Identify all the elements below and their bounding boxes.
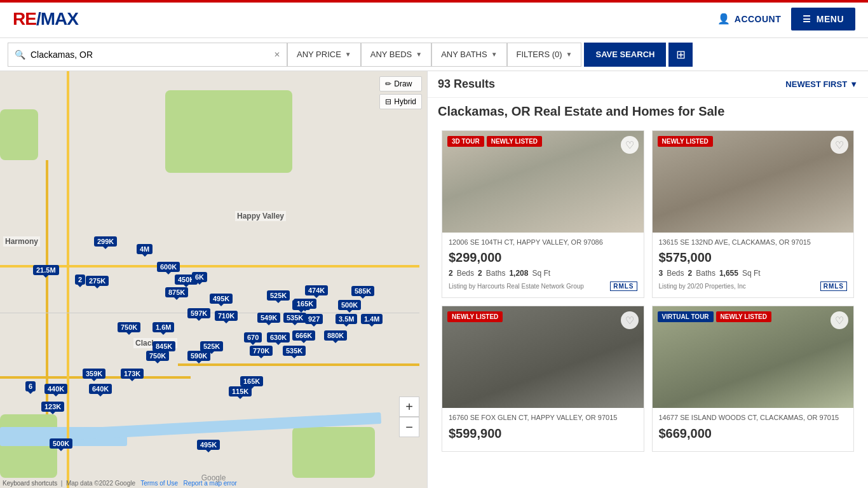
price-pin[interactable]: 710K [215,311,238,321]
price-pin[interactable]: 525K [267,290,290,301]
terms-link[interactable]: Terms of Use [140,480,178,487]
listing-address: 13615 SE 132ND AVE, Clackamas, OR 97015 [659,238,848,247]
price-pin[interactable]: 495K [210,294,233,304]
price-pin[interactable]: 165K [294,299,316,309]
price-pin[interactable]: 535K [283,346,306,356]
price-pin[interactable]: 165K [240,376,263,386]
account-label: ACCOUNT [735,14,782,24]
search-input[interactable] [31,50,269,60]
price-filter[interactable]: ANY PRICE ▼ [287,43,361,67]
favorite-button[interactable]: ♡ [831,311,848,329]
clear-icon[interactable]: ✕ [274,50,280,59]
price-pin[interactable]: 880K [324,330,347,341]
price-pin[interactable]: 4M [137,244,153,254]
account-button[interactable]: 👤 ACCOUNT [717,13,781,25]
price-pin[interactable]: 440K [44,384,67,394]
price-pin[interactable]: 299K [94,236,117,247]
favorite-button[interactable]: ♡ [831,136,848,154]
search-icon: 🔍 [15,50,25,60]
layers-icon: ⊟ [385,97,391,106]
listing-card[interactable]: NEWLY LISTED ♡ 16760 SE FOX GLEN CT, Hap… [442,306,644,451]
price-pin[interactable]: 640K [89,384,112,394]
listings-grid: 3D TOURNEWLY LISTED ♡ 12006 SE 104TH CT,… [428,126,868,466]
price-pin[interactable]: 1.4M [361,314,383,324]
price-pin[interactable]: 845K [153,341,175,351]
park-area-3 [0,414,57,478]
results-count: 93 Results [438,78,495,91]
menu-label: MENU [817,14,844,24]
happy-valley-label: Happy Valley [235,211,286,221]
map-toggle-button[interactable]: ⊞ [668,43,693,67]
beds-filter-label: ANY BEDS [370,50,412,59]
price-pin[interactable]: 6 [25,381,36,391]
save-search-button[interactable]: SAVE SEARCH [584,43,666,67]
map-top-controls: ✏ Draw ⊟ Hybrid [379,76,422,109]
map-background[interactable]: Harmony Happy Valley Clackamas 299K4M600… [0,71,427,488]
price-pin[interactable]: 173K [121,369,144,379]
favorite-button[interactable]: ♡ [621,311,639,329]
price-pin[interactable]: 750K [146,351,169,361]
sqft-value: 1,208 [509,269,528,278]
price-pin[interactable]: 495K [197,440,220,450]
price-pin[interactable]: 115K [229,386,252,396]
beds-value: 3 [659,269,663,278]
price-pin[interactable]: 500K [338,300,361,310]
price-pin[interactable]: 590K [187,351,210,361]
map-zoom-controls: + − [399,396,419,437]
price-pin[interactable]: 123K [41,402,64,412]
price-pin[interactable]: 500K [50,438,72,449]
price-pin[interactable]: 770K [250,346,273,356]
price-pin[interactable]: 585K [351,286,374,296]
sort-button[interactable]: NEWEST FIRST ▼ [785,79,858,89]
results-panel: 93 Results NEWEST FIRST ▼ Clackamas, OR … [427,71,868,488]
filters-label: FILTERS (0) [517,50,562,59]
sort-chevron-icon: ▼ [850,79,858,89]
price-pin[interactable]: 275K [86,276,109,286]
zoom-in-button[interactable]: + [399,396,419,417]
listing-info: 16760 SE FOX GLEN CT, Happy Valley, OR 9… [442,408,644,451]
map-panel: Harmony Happy Valley Clackamas 299K4M600… [0,71,427,488]
more-filters[interactable]: FILTERS (0) ▼ [507,43,582,67]
price-pin[interactable]: 600K [157,262,180,272]
hybrid-button[interactable]: ⊟ Hybrid [379,94,422,109]
baths-filter[interactable]: ANY BATHS ▼ [431,43,506,67]
listing-details: 3 Beds 2 Baths 1,655 Sq Ft [659,269,848,278]
price-pin[interactable]: 21.5M [33,265,59,275]
listing-badge: NEWLY LISTED [487,136,542,147]
price-pin[interactable]: 3.5M [336,314,357,324]
price-pin[interactable]: 597K [187,308,210,318]
price-pin[interactable]: 6K [192,272,207,282]
beds-filter[interactable]: ANY BEDS ▼ [361,43,431,67]
listing-card[interactable]: NEWLY LISTED ♡ 13615 SE 132ND AVE, Clack… [652,130,855,298]
map-data-text: Map data ©2022 Google [66,480,135,487]
price-pin[interactable]: 1.6M [153,322,174,332]
listing-info: 12006 SE 104TH CT, Happy Valley, OR 9708… [442,233,644,297]
price-pin[interactable]: 535K [283,313,306,323]
price-pin[interactable]: 474K [305,285,328,295]
price-pin[interactable]: 750K [118,322,140,332]
price-pin[interactable]: 666K [292,330,315,341]
listing-card[interactable]: VIRTUAL TOURNEWLY LISTED ♡ 14677 SE ISLA… [652,306,855,451]
price-pin[interactable]: 2 [75,274,85,285]
listing-badge: 3D TOUR [447,136,484,147]
keyboard-shortcuts[interactable]: Keyboard shortcuts [3,480,57,487]
price-pin[interactable]: 670 [244,332,262,342]
listing-card[interactable]: 3D TOURNEWLY LISTED ♡ 12006 SE 104TH CT,… [442,130,644,298]
park-area-4 [292,427,375,478]
draw-button[interactable]: ✏ Draw [379,76,422,92]
price-pin[interactable]: 549K [257,313,280,323]
location-search[interactable]: 🔍 ✕ [8,43,287,67]
favorite-button[interactable]: ♡ [621,136,639,154]
price-pin[interactable]: 525K [200,341,223,351]
badge-row: NEWLY LISTED [658,136,713,147]
price-pin[interactable]: 630K [267,332,290,342]
listing-image: NEWLY LISTED ♡ [442,306,644,408]
menu-button[interactable]: ☰ MENU [791,8,855,30]
price-chevron-icon: ▼ [345,51,351,58]
beds-value: 2 [449,269,453,278]
zoom-out-button[interactable]: − [399,417,419,437]
price-pin[interactable]: 359K [83,369,105,379]
price-pin[interactable]: 875K [165,287,188,297]
price-pin[interactable]: 927 [305,314,323,324]
baths-chevron-icon: ▼ [491,51,498,58]
